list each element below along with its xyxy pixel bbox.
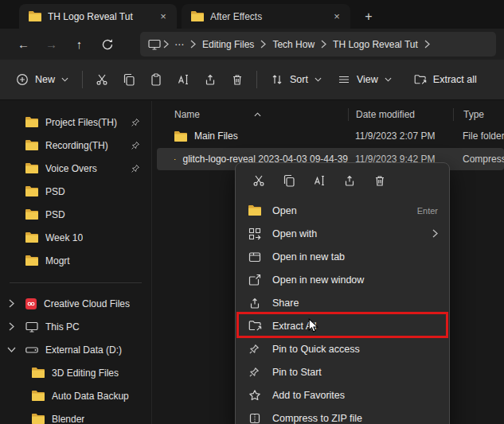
refresh-button[interactable]	[95, 32, 119, 56]
sidebar-item-week-10[interactable]: Week 10	[3, 226, 148, 249]
toolbar-divider	[82, 71, 83, 88]
folder-icon	[25, 117, 38, 127]
menu-item-pin-to-quick-access[interactable]: Pin to Quick access	[239, 337, 446, 360]
column-header-date-modified[interactable]: Date modified	[348, 108, 453, 121]
folder-icon	[25, 232, 38, 243]
extract-all-button[interactable]: Extract all	[406, 66, 485, 93]
sidebar-item-blender[interactable]: Blender	[3, 407, 148, 424]
chevron-right-icon	[260, 40, 266, 49]
breadcrumb-editing-files[interactable]: Editing Files	[198, 39, 258, 50]
breadcrumb-th-logo-reveal-tut[interactable]: TH Logo Reveal Tut	[329, 39, 422, 50]
this-pc-icon	[25, 321, 38, 333]
chevron-down-icon	[315, 77, 322, 82]
menu-item-add-to-favorites[interactable]: Add to Favorites	[239, 383, 446, 406]
menu-item-compress-to-zip[interactable]: Compress to ZIP file	[239, 406, 446, 424]
sidebar-item-external-data[interactable]: External Data (D:)	[3, 338, 148, 361]
breadcrumb-tech-how[interactable]: Tech How	[268, 39, 318, 50]
new-tab-button[interactable]: +	[357, 4, 381, 29]
chevron-right-icon	[321, 40, 326, 49]
breadcrumb-overflow[interactable]: ⋯	[171, 39, 188, 50]
view-button[interactable]: View	[330, 66, 400, 93]
tab-after-effects[interactable]: After Effects ×	[182, 4, 350, 29]
extract-all-icon	[414, 73, 427, 86]
pin-icon	[248, 344, 260, 355]
menu-item-open-in-new-window[interactable]: Open in new window	[239, 268, 446, 291]
menu-item-pin-to-start[interactable]: Pin to Start	[239, 360, 446, 383]
context-menu: Open Enter Open with Open in new tab Ope…	[235, 162, 450, 424]
titlebar: TH Logo Reveal Tut × After Effects × +	[0, 0, 504, 29]
paste-button[interactable]	[143, 66, 170, 93]
menu-item-share[interactable]: Share	[239, 291, 446, 314]
sidebar-item-project-files[interactable]: Project Files(TH)	[3, 111, 148, 134]
new-button-label: New	[35, 74, 55, 85]
share-button[interactable]	[197, 66, 224, 93]
copy-button[interactable]	[275, 169, 303, 193]
menu-item-extract-all[interactable]: Extract All	[239, 314, 446, 337]
copy-button[interactable]	[115, 66, 143, 93]
new-button[interactable]: New	[8, 66, 76, 93]
tab-label: After Effects	[210, 11, 322, 22]
open-with-icon	[248, 228, 261, 240]
sort-button[interactable]: Sort	[263, 66, 330, 93]
file-row-main-files[interactable]: Main Files 11/9/2023 2:07 PM File folder	[157, 125, 504, 147]
pin-icon	[248, 367, 260, 378]
chevron-down-icon[interactable]	[7, 347, 16, 352]
sidebar-item-creative-cloud-files[interactable]: Creative Cloud Files	[3, 292, 148, 315]
sidebar-item-psd-1[interactable]: PSD	[3, 180, 148, 203]
view-button-label: View	[357, 74, 378, 85]
chevron-down-icon	[61, 77, 68, 82]
mouse-cursor	[308, 318, 318, 333]
sidebar-item-auto-data-backup[interactable]: Auto Data Backup	[3, 384, 148, 407]
sidebar-item-3d-editing-files[interactable]: 3D Editing Files	[3, 361, 148, 384]
column-header-name[interactable]: Name	[152, 109, 348, 120]
sidebar-item-voice-overs[interactable]: Voice Overs	[3, 157, 148, 180]
sidebar-item-psd-2[interactable]: PSD	[3, 203, 148, 226]
tab-th-logo-reveal-tut[interactable]: TH Logo Reveal Tut ×	[19, 4, 177, 29]
address-bar[interactable]: ⋯ Editing Files Tech How TH Logo Reveal …	[140, 32, 496, 56]
chevron-right-icon[interactable]	[9, 322, 14, 331]
extract-all-icon	[248, 320, 262, 332]
menu-item-label: Pin to Start	[272, 367, 438, 378]
tab-close-icon[interactable]: ×	[328, 8, 346, 25]
pin-icon	[131, 141, 140, 150]
extract-all-button-label: Extract all	[433, 74, 477, 85]
rename-button[interactable]	[170, 66, 197, 93]
sidebar-item-label: This PC	[45, 321, 80, 333]
context-menu-icon-row	[239, 166, 446, 199]
sidebar-item-label: Recording(TH)	[45, 140, 108, 151]
folder-icon	[25, 255, 38, 266]
up-button[interactable]: ↑	[67, 32, 92, 56]
chevron-right-icon	[424, 40, 430, 49]
column-header-type[interactable]: Type	[453, 108, 504, 121]
rename-icon	[313, 174, 326, 187]
column-header-label: Type	[463, 109, 484, 120]
delete-button[interactable]	[224, 66, 251, 93]
sort-icon	[271, 73, 283, 86]
menu-item-open-in-new-tab[interactable]: Open in new tab	[239, 245, 446, 268]
file-list-header: Name Date modified Type	[152, 103, 504, 125]
menu-item-label: Add to Favorites	[272, 390, 438, 401]
delete-icon	[231, 73, 244, 86]
sidebar-item-label: Week 10	[45, 232, 83, 243]
cut-button[interactable]	[88, 66, 115, 93]
menu-item-open[interactable]: Open Enter	[239, 199, 446, 222]
sidebar-item-mogrt[interactable]: Mogrt	[3, 249, 148, 272]
back-button[interactable]: ←	[11, 32, 36, 56]
pin-icon	[131, 118, 140, 127]
delete-button[interactable]	[366, 169, 393, 193]
tab-close-icon[interactable]: ×	[154, 8, 172, 25]
menu-item-label: Pin to Quick access	[272, 344, 438, 355]
folder-icon	[32, 368, 45, 378]
share-button[interactable]	[336, 169, 363, 193]
chevron-right-icon	[432, 229, 438, 238]
rename-button[interactable]	[306, 169, 333, 193]
chevron-right-icon[interactable]	[9, 299, 14, 308]
sidebar-item-label: Auto Data Backup	[52, 391, 129, 402]
cut-button[interactable]	[245, 169, 272, 193]
menu-item-open-with[interactable]: Open with	[239, 222, 446, 245]
sidebar-item-label: Voice Overs	[45, 163, 97, 174]
sidebar-item-recording[interactable]: Recording(TH)	[3, 134, 148, 157]
sidebar-separator	[10, 282, 142, 283]
forward-button[interactable]: →	[39, 32, 64, 56]
sidebar-item-this-pc[interactable]: This PC	[3, 315, 148, 338]
